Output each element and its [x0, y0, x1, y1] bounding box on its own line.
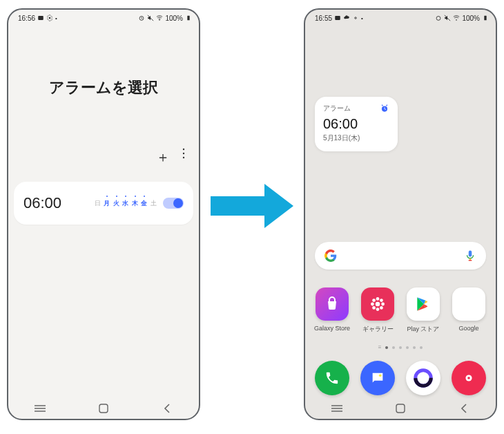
more-menu-button[interactable] — [182, 148, 185, 167]
svg-rect-0 — [38, 16, 43, 20]
svg-rect-15 — [335, 16, 340, 20]
gear-icon — [352, 15, 359, 21]
app-gallery[interactable] — [357, 287, 398, 321]
recent-apps-button[interactable] — [331, 402, 343, 415]
svg-point-1 — [49, 17, 51, 19]
svg-rect-5 — [187, 16, 189, 21]
svg-rect-13 — [211, 196, 266, 216]
mute-icon — [444, 15, 451, 21]
dot: • — [361, 15, 363, 21]
svg-point-29 — [381, 303, 385, 306]
battery-icon — [482, 15, 489, 21]
dock-browser[interactable] — [403, 361, 444, 395]
dock-phone[interactable] — [311, 361, 353, 395]
statusbar: 16:55 • 100% — [305, 10, 496, 23]
app-play-store[interactable] — [403, 287, 444, 321]
svg-rect-44 — [396, 404, 405, 413]
svg-point-19 — [456, 20, 457, 21]
alarm-row[interactable]: 06:00 日 月 火 水 木 金 土 — [14, 182, 193, 225]
page-title: アラームを選択 — [8, 77, 199, 98]
mic-icon[interactable] — [464, 249, 476, 262]
alarm-status-icon — [435, 15, 442, 21]
nav-bar — [8, 402, 199, 415]
home-button[interactable] — [97, 402, 110, 415]
cloud-icon — [343, 15, 350, 21]
svg-point-36 — [379, 375, 382, 377]
dock-camera[interactable] — [448, 361, 490, 395]
svg-point-16 — [355, 17, 357, 19]
svg-point-32 — [372, 306, 376, 310]
svg-point-33 — [380, 306, 383, 310]
svg-point-40 — [467, 377, 470, 379]
google-logo-icon — [324, 249, 337, 262]
status-battery: 100% — [462, 15, 480, 22]
page-indicator[interactable]: ≡ — [305, 344, 496, 350]
recent-apps-button[interactable] — [34, 402, 46, 415]
phone-left-frame: 16:56 • 100% アラームを選択 ＋ 06:00 日 月 火 水 — [7, 8, 200, 420]
mute-icon — [147, 15, 154, 21]
status-battery: 100% — [165, 15, 183, 22]
widget-date: 5月13日(木) — [323, 133, 389, 143]
svg-point-4 — [159, 20, 160, 21]
svg-point-30 — [372, 299, 376, 302]
back-button[interactable] — [458, 402, 470, 415]
svg-rect-12 — [99, 404, 108, 413]
pic-icon — [334, 15, 341, 21]
app-google-folder[interactable] — [448, 287, 490, 321]
dot: • — [55, 15, 57, 21]
svg-rect-22 — [469, 251, 472, 257]
alarm-status-icon — [138, 15, 145, 21]
add-alarm-button[interactable]: ＋ — [156, 148, 170, 167]
svg-point-6 — [183, 149, 184, 150]
home-button[interactable] — [394, 402, 407, 415]
app-labels: Galaxy Store ギャラリー Play ストア Google — [305, 325, 496, 334]
alarm-toggle[interactable] — [163, 198, 184, 209]
wifi-icon — [156, 15, 163, 21]
pic-icon — [37, 15, 44, 21]
svg-point-8 — [183, 157, 184, 158]
svg-point-27 — [376, 308, 380, 311]
statusbar: 16:56 • 100% — [8, 10, 199, 23]
app-galaxy-store[interactable] — [311, 287, 353, 321]
svg-marker-14 — [264, 184, 293, 228]
alarm-icon — [380, 104, 389, 113]
alarm-days: 日 月 火 水 木 金 土 — [95, 199, 157, 208]
dock-messages[interactable] — [357, 361, 398, 395]
svg-rect-20 — [484, 16, 486, 21]
wifi-icon — [453, 15, 460, 21]
google-search-bar[interactable] — [315, 242, 486, 270]
back-button[interactable] — [161, 402, 173, 415]
widget-title: アラーム — [323, 104, 351, 113]
widget-time: 06:00 — [323, 116, 389, 132]
svg-point-17 — [437, 17, 441, 21]
phone-right-frame: 16:55 • 100% アラーム 06:00 5月13日(木) — [304, 8, 497, 420]
alarm-time: 06:00 — [23, 194, 61, 212]
status-time: 16:55 — [315, 15, 332, 22]
battery-icon — [185, 15, 192, 21]
svg-point-28 — [371, 303, 374, 306]
svg-point-7 — [183, 153, 184, 154]
svg-point-31 — [380, 299, 383, 302]
svg-point-25 — [376, 302, 380, 307]
svg-point-26 — [376, 297, 380, 301]
nav-bar — [305, 402, 496, 415]
status-time: 16:56 — [18, 15, 35, 22]
arrow-icon — [211, 178, 293, 234]
gear-icon — [46, 15, 53, 21]
alarm-widget[interactable]: アラーム 06:00 5月13日(木) — [315, 97, 398, 151]
